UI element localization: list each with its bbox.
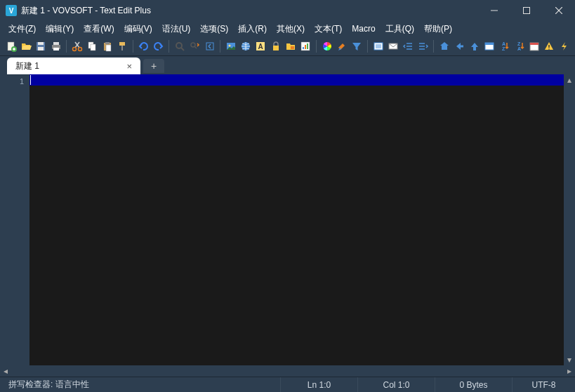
indent-icon[interactable]	[416, 39, 430, 53]
calendar-icon[interactable]	[527, 39, 541, 53]
svg-rect-1	[524, 8, 530, 14]
svg-rect-21	[105, 42, 110, 44]
up-icon[interactable]	[468, 39, 481, 53]
svg-point-17	[78, 47, 81, 50]
statusbar: 拼写检查器: 语言中性 Ln 1:0 Col 1:0 0 Bytes UTF-8	[0, 377, 575, 392]
status-encoding[interactable]: UTF-8	[512, 377, 575, 392]
web-icon[interactable]	[239, 39, 252, 53]
menu-text[interactable]: 文本(T)	[310, 22, 346, 36]
paint-icon[interactable]	[335, 39, 348, 53]
sort-az-icon[interactable]: AZ	[498, 39, 511, 53]
tab-close-icon[interactable]: ×	[124, 61, 135, 72]
svg-rect-22	[106, 45, 111, 51]
minimize-button[interactable]	[478, 0, 510, 21]
replace-icon[interactable]	[188, 39, 201, 53]
menu-view[interactable]: 查看(W)	[79, 22, 118, 36]
undo-icon[interactable]	[137, 39, 150, 53]
status-line[interactable]: Ln 1:0	[280, 377, 357, 392]
editor-area: 1 ▴ ▾	[0, 74, 575, 365]
menu-other[interactable]: 其他(X)	[272, 22, 309, 36]
scroll-left-icon[interactable]: ◂	[0, 365, 11, 377]
menu-encoding[interactable]: 编码(V)	[120, 22, 157, 36]
scroll-right-icon[interactable]: ▸	[564, 365, 575, 377]
svg-text:A: A	[258, 43, 263, 50]
funnel-icon[interactable]	[350, 39, 364, 53]
svg-text:A: A	[517, 46, 521, 51]
mail-icon[interactable]	[386, 39, 399, 53]
menu-options[interactable]: 选项(S)	[196, 22, 232, 36]
paste-icon[interactable]	[100, 39, 114, 53]
menu-file[interactable]: 文件(Z)	[4, 22, 40, 36]
scroll-up-icon[interactable]: ▴	[564, 74, 575, 86]
redo-icon[interactable]	[152, 39, 165, 53]
font-icon[interactable]: A	[254, 39, 267, 53]
save-file-icon[interactable]	[34, 39, 48, 53]
lightning-icon[interactable]	[557, 39, 571, 53]
svg-rect-19	[91, 44, 95, 50]
svg-text:A: A	[502, 41, 505, 46]
open-file-icon[interactable]	[19, 39, 32, 53]
svg-line-28	[194, 46, 197, 48]
color-wheel-icon[interactable]	[320, 39, 333, 53]
menu-insert[interactable]: 插入(R)	[234, 22, 271, 36]
print-icon[interactable]	[49, 39, 62, 53]
format-brush-icon[interactable]	[115, 39, 128, 53]
lock-icon[interactable]	[269, 39, 282, 53]
svg-text:Z: Z	[517, 41, 521, 46]
svg-line-26	[181, 48, 184, 50]
window-icon[interactable]	[482, 39, 496, 53]
home-icon[interactable]	[437, 39, 451, 53]
copy-icon[interactable]	[86, 39, 99, 53]
document-tab[interactable]: 新建 1 ×	[7, 58, 140, 74]
caret	[30, 75, 31, 85]
app-icon: V	[6, 5, 17, 16]
menu-macro[interactable]: Macro	[348, 22, 379, 35]
status-spellcheck[interactable]: 拼写检查器: 语言中性	[0, 377, 197, 392]
menubar: 文件(Z) 编辑(Y) 查看(W) 编码(V) 语法(U) 选项(S) 插入(R…	[0, 21, 575, 36]
dedent-icon[interactable]	[402, 39, 415, 53]
scroll-track[interactable]	[11, 365, 564, 377]
toolbar-separator	[220, 40, 220, 53]
svg-rect-9	[38, 42, 44, 45]
sort-za-icon[interactable]: ZA	[513, 39, 526, 53]
folder-lock-icon[interactable]	[284, 39, 297, 53]
toolbar-separator	[168, 40, 169, 53]
list-icon[interactable]	[371, 39, 385, 53]
svg-rect-10	[38, 47, 44, 50]
status-bytes[interactable]: 0 Bytes	[435, 377, 512, 392]
menu-help[interactable]: 帮助(P)	[420, 22, 456, 36]
status-col[interactable]: Col 1:0	[357, 377, 435, 392]
svg-rect-24	[121, 46, 123, 50]
svg-rect-29	[206, 43, 213, 50]
svg-rect-35	[273, 46, 279, 50]
vertical-scrollbar[interactable]: ▴ ▾	[564, 74, 575, 365]
stats-icon[interactable]	[299, 39, 312, 53]
search-icon[interactable]	[173, 39, 186, 53]
toolbar-separator	[367, 40, 368, 53]
svg-rect-39	[305, 45, 306, 49]
menu-syntax[interactable]: 语法(U)	[158, 22, 195, 36]
toolbar-separator	[316, 40, 317, 53]
image-icon[interactable]	[224, 39, 237, 53]
menu-tools[interactable]: 工具(Q)	[381, 22, 418, 36]
scroll-down-icon[interactable]: ▾	[564, 354, 575, 365]
goto-icon[interactable]	[203, 39, 216, 53]
line-gutter: 1	[0, 74, 29, 365]
horizontal-scrollbar[interactable]: ◂ ▸	[0, 365, 575, 377]
cut-icon[interactable]	[70, 39, 84, 53]
svg-rect-40	[307, 43, 308, 49]
svg-point-16	[72, 47, 76, 50]
line-number: 1	[0, 76, 24, 87]
warning-icon[interactable]	[543, 39, 556, 53]
titlebar: V 新建 1 - VOVSOFT - Text Edit Plus	[0, 0, 575, 21]
menu-edit[interactable]: 编辑(Y)	[41, 22, 78, 36]
new-tab-button[interactable]: +	[143, 59, 164, 73]
scroll-track[interactable]	[564, 86, 575, 354]
svg-rect-38	[303, 47, 304, 49]
tab-label: 新建 1	[15, 60, 39, 72]
new-file-icon[interactable]	[4, 39, 18, 53]
maximize-button[interactable]	[510, 0, 543, 21]
close-button[interactable]	[543, 0, 575, 21]
text-editor[interactable]	[29, 74, 564, 365]
back-icon[interactable]	[453, 39, 466, 53]
